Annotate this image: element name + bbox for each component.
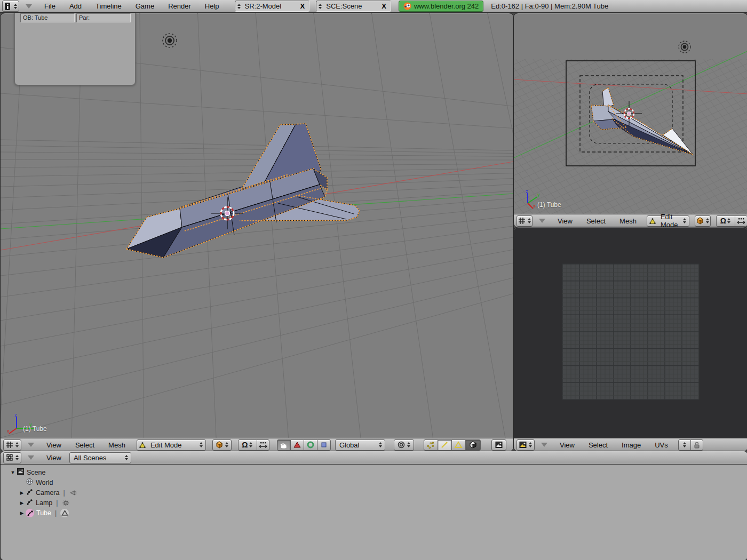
edge-select-button[interactable] <box>438 439 452 451</box>
expander-expanded-icon[interactable]: ▼ <box>9 470 17 475</box>
menu-file[interactable]: File <box>38 2 61 10</box>
header-pulldown-icon[interactable] <box>28 443 34 450</box>
scene-filter-dropdown[interactable]: All Scenes <box>69 452 131 463</box>
outliner-item-label[interactable]: Lamp <box>36 499 52 507</box>
header-pulldown-icon[interactable] <box>28 455 34 463</box>
menu-timeline[interactable]: Timeline <box>90 2 128 10</box>
manipulator-center-button[interactable] <box>735 215 747 227</box>
outliner-item-label[interactable]: Tube <box>36 509 51 517</box>
manipulator-scale-button[interactable] <box>317 439 331 451</box>
orientation-dropdown[interactable]: Global <box>335 439 385 451</box>
editor-type-button[interactable] <box>2 1 19 12</box>
menu-select[interactable]: Select <box>69 441 100 449</box>
expander-collapsed-icon[interactable]: ▶ <box>18 510 26 516</box>
editor-stepper[interactable] <box>14 441 20 450</box>
menu-mesh[interactable]: Mesh <box>614 217 642 225</box>
screen-stepper[interactable] <box>236 2 242 11</box>
outliner-item-world[interactable]: World <box>1 477 79 487</box>
editor-stepper[interactable] <box>528 441 533 450</box>
menu-help[interactable]: Help <box>199 2 225 10</box>
blender-window: File Add Timeline Game Render Help SR:2-… <box>0 0 747 560</box>
editor-type-button-3dview[interactable] <box>3 439 21 451</box>
expander-collapsed-icon[interactable]: ▶ <box>18 490 26 495</box>
drawtype-stepper[interactable] <box>705 217 710 226</box>
camera-3d-viewport[interactable]: z y x (1) Tube View Select Mesh Edit Mod… <box>513 13 747 228</box>
scene-icon <box>17 468 25 477</box>
pivot-button[interactable]: Ω <box>238 439 257 451</box>
menu-view[interactable]: View <box>552 217 578 225</box>
draw-type-button[interactable] <box>212 439 232 451</box>
scene-selector[interactable]: SCE:Scene X <box>316 1 391 12</box>
manipulator-rotate-button[interactable] <box>304 439 317 451</box>
manipulator-translate-button[interactable] <box>290 439 304 451</box>
menu-view[interactable]: View <box>41 454 67 462</box>
expander-collapsed-icon[interactable]: ▶ <box>18 500 26 506</box>
face-select-button[interactable] <box>451 439 466 451</box>
svg-text:x: x <box>7 428 10 434</box>
object-icon <box>26 498 34 507</box>
menu-game[interactable]: Game <box>130 2 160 10</box>
mesh-icon[interactable] <box>60 509 69 517</box>
editor-stepper[interactable] <box>14 453 20 462</box>
mode-stepper[interactable] <box>682 217 687 226</box>
pivot-stepper[interactable] <box>726 217 732 226</box>
menu-image[interactable]: Image <box>616 441 647 449</box>
menu-view[interactable]: View <box>554 441 581 449</box>
transform-properties-panel[interactable]: ✕ Transform Properties OB: Tube Par: <box>14 1 136 85</box>
mode-dropdown[interactable]: Edit Mode <box>137 439 206 451</box>
outliner-editor[interactable]: View All Scenes ▼SceneWorld▶Camera|▶Lamp… <box>0 451 747 560</box>
menu-select[interactable]: Select <box>581 217 611 225</box>
occlude-geometry-button[interactable] <box>465 439 481 451</box>
ob-name-field[interactable]: OB: Tube <box>20 13 75 22</box>
menu-select[interactable]: Select <box>583 441 614 449</box>
scene-stepper[interactable] <box>317 2 323 11</box>
header-pulldown-icon[interactable] <box>541 443 547 450</box>
scene-close-button[interactable]: X <box>378 2 390 10</box>
outliner-item-label[interactable]: World <box>36 479 53 486</box>
editor-stepper[interactable] <box>527 217 532 226</box>
vertex-select-button[interactable] <box>424 439 438 451</box>
outliner-item-label[interactable]: Scene <box>27 469 45 476</box>
outliner-header: View All Scenes <box>1 451 747 465</box>
scene-filter-stepper[interactable] <box>124 453 129 462</box>
image-editor-icon <box>518 441 528 449</box>
editor-type-button-3dview[interactable] <box>516 215 533 227</box>
editor-type-button-image[interactable] <box>516 439 535 451</box>
3d-cursor <box>210 196 244 230</box>
screen-close-button[interactable]: X <box>297 2 308 10</box>
editor-type-stepper[interactable] <box>13 2 18 11</box>
menu-add[interactable]: Add <box>63 2 88 10</box>
render-preview-button[interactable] <box>491 439 506 451</box>
outliner-item-tube[interactable]: ▶Tube| <box>1 508 79 518</box>
manipulator-center-button[interactable] <box>257 439 269 451</box>
outliner-item-scene[interactable]: ▼Scene <box>1 467 79 477</box>
screen-selector[interactable]: SR:2-Model X <box>235 1 310 12</box>
parent-field[interactable]: Par: <box>76 13 131 22</box>
header-pulldown-icon[interactable] <box>26 4 32 12</box>
manipulator-toggle-button[interactable] <box>277 439 291 451</box>
menu-render[interactable]: Render <box>162 2 197 10</box>
propedit-stepper[interactable] <box>406 441 411 450</box>
mode-dropdown[interactable]: Edit Mode <box>647 215 690 227</box>
camera-icon[interactable] <box>69 489 77 497</box>
image-pin-button[interactable] <box>690 439 703 451</box>
mesh-object-tube-camera[interactable] <box>514 13 747 214</box>
proportional-edit-button[interactable] <box>394 439 414 451</box>
outliner-item-lamp[interactable]: ▶Lamp| <box>1 498 79 508</box>
pivot-stepper[interactable] <box>248 441 253 450</box>
lamp-icon[interactable] <box>62 499 70 507</box>
menu-uvs[interactable]: UVs <box>649 441 674 449</box>
drawtype-stepper[interactable] <box>224 441 229 450</box>
menu-view[interactable]: View <box>41 441 67 449</box>
menu-mesh[interactable]: Mesh <box>102 441 131 449</box>
orientation-stepper[interactable] <box>378 441 383 450</box>
image-browse-stepper-button[interactable] <box>678 439 691 451</box>
draw-type-button[interactable] <box>695 215 711 227</box>
outliner-item-camera[interactable]: ▶Camera| <box>1 487 79 498</box>
mode-stepper[interactable] <box>198 441 204 450</box>
uv-image-editor[interactable]: View Select Image UVs <box>513 227 747 452</box>
header-pulldown-icon[interactable] <box>539 219 545 226</box>
editor-type-button-outliner[interactable] <box>3 452 21 463</box>
outliner-item-label[interactable]: Camera <box>36 489 59 497</box>
pivot-button[interactable]: Ω <box>716 215 735 227</box>
